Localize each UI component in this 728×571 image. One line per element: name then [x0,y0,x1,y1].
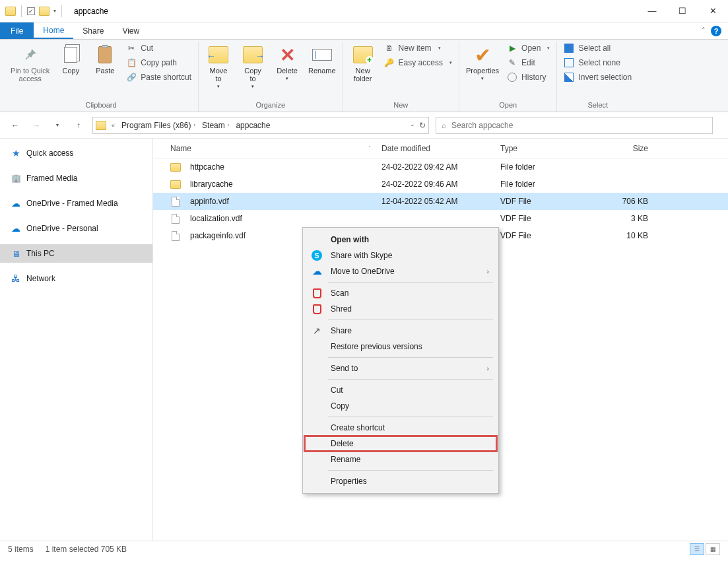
view-icons-button[interactable]: ▦ [706,543,720,555]
sidebar-onedrive-personal[interactable]: ☁OneDrive - Personal [0,219,152,238]
col-type[interactable]: Type [495,144,594,153]
new-folder-button[interactable]: New folder [347,42,379,85]
copy-button[interactable]: Copy [55,42,86,77]
tab-home[interactable]: Home [34,22,73,39]
paste-button[interactable]: Paste [89,42,121,77]
col-name[interactable]: Name˄ [165,144,376,153]
select-none-button[interactable]: Select none [561,56,634,69]
sidebar-framed-media[interactable]: 🏢Framed Media [0,169,152,187]
file-row[interactable]: localization.vdf VDF File 3 KB [153,210,728,227]
share-icon: ↗ [311,325,323,337]
tab-file[interactable]: File [0,22,34,39]
copy-path-button[interactable]: 📋Copy path [123,56,194,69]
delete-button[interactable]: ✕ Delete▾ [271,42,303,84]
search-box[interactable]: ⌕ [436,117,713,134]
ctx-copy[interactable]: Copy [304,398,497,414]
ctx-share[interactable]: ↗Share [304,323,497,339]
new-item-button[interactable]: 🗎New item▾ [381,42,455,55]
ctx-cut[interactable]: Cut [304,382,497,398]
qat-folder-icon [39,7,50,16]
shield-icon [311,303,323,315]
history-button[interactable]: History [504,71,552,84]
ribbon: Pin to Quick access Copy Paste ✂Cut 📋Cop… [0,40,728,112]
ctx-delete[interactable]: Delete [304,436,497,452]
ribbon-tabs: File Home Share View ˄ ? [0,22,728,40]
ctx-move-onedrive[interactable]: ☁Move to OneDrive› [304,263,497,279]
context-menu: Open with SShare with Skype ☁Move to One… [302,227,499,494]
sidebar-onedrive-work[interactable]: ☁OneDrive - Framed Media [0,194,152,213]
copy-to-button[interactable]: Copy to▾ [237,42,269,92]
up-button[interactable]: ↑ [71,118,86,133]
file-icon [172,197,180,207]
ctx-open-with[interactable]: Open with [304,232,497,248]
folder-icon [170,163,181,172]
tab-share[interactable]: Share [73,22,113,39]
address-bar[interactable]: « Program Files (x86)› Steam› appcache ⌄… [92,117,429,134]
refresh-button[interactable]: ↻ [419,121,426,130]
column-headers: Name˄ Date modified Type Size [153,139,728,158]
status-bar: 5 items 1 item selected 705 KB ☰ ▦ [0,541,728,556]
search-input[interactable] [451,121,707,130]
folder-icon [170,180,181,189]
col-size[interactable]: Size [594,144,653,153]
paste-shortcut-button[interactable]: 🔗Paste shortcut [123,71,194,84]
ctx-create-shortcut[interactable]: Create shortcut [304,420,497,436]
ctx-share-skype[interactable]: SShare with Skype [304,248,497,263]
breadcrumb-0[interactable]: Program Files (x86)› [120,121,197,130]
navigation-bar: ← → ▾ ↑ « Program Files (x86)› Steam› ap… [0,112,728,139]
close-button[interactable]: ✕ [698,0,728,22]
tab-view[interactable]: View [113,22,149,39]
pin-quick-access-button[interactable]: Pin to Quick access [8,42,52,85]
maximize-button[interactable]: ☐ [667,0,698,22]
cut-button[interactable]: ✂Cut [123,42,194,55]
properties-button[interactable]: ✔ Properties▾ [463,42,502,84]
move-to-button[interactable]: Move to▾ [203,42,234,92]
ctx-rename[interactable]: Rename [304,452,497,467]
qat-checkbox[interactable]: ✓ [27,7,35,15]
skype-icon: S [312,250,322,261]
breadcrumb-1[interactable]: Steam› [201,121,230,130]
group-clipboard-label: Clipboard [85,100,116,112]
file-row[interactable]: httpcache 24-02-2022 09:42 AM File folde… [153,158,728,176]
sidebar-this-pc[interactable]: 🖥This PC [0,244,152,263]
group-select-label: Select [588,100,609,112]
file-row[interactable]: appinfo.vdf 12-04-2022 05:42 AM VDF File… [153,193,728,210]
file-row[interactable]: librarycache 24-02-2022 09:46 AM File fo… [153,176,728,193]
view-details-button[interactable]: ☰ [690,543,704,555]
group-new-label: New [393,100,408,112]
open-button[interactable]: ▶Open▾ [504,42,552,55]
window-title: appcache [74,7,108,16]
minimize-button[interactable]: — [637,0,667,22]
address-dropdown[interactable]: ⌄ [410,121,415,130]
back-button[interactable]: ← [8,118,22,133]
ctx-send-to[interactable]: Send to› [304,360,497,376]
qat-dropdown[interactable]: ▾ [53,8,56,14]
ctx-properties[interactable]: Properties [304,473,497,489]
invert-selection-button[interactable]: Invert selection [561,71,634,84]
help-icon[interactable]: ? [711,26,721,36]
search-icon: ⌕ [442,121,446,130]
recent-locations-button[interactable]: ▾ [50,118,65,133]
sidebar-network[interactable]: 🖧Network [0,269,152,288]
file-icon [172,231,180,241]
sidebar-quick-access[interactable]: ★Quick access [0,144,152,162]
ctx-shred[interactable]: Shred [304,301,497,317]
ctx-restore[interactable]: Restore previous versions [304,339,497,354]
status-item-count: 5 items [8,545,34,554]
title-bar: ✓ ▾ appcache — ☐ ✕ [0,0,728,22]
col-date[interactable]: Date modified [376,144,495,153]
edit-button[interactable]: ✎Edit [504,56,552,69]
ctx-scan[interactable]: Scan [304,285,497,301]
easy-access-button[interactable]: 🔑Easy access▾ [381,56,455,69]
breadcrumb-2[interactable]: appcache [234,121,271,130]
file-icon [172,214,180,224]
shield-icon [311,287,323,299]
forward-button[interactable]: → [29,118,44,133]
address-folder-icon [96,121,106,130]
select-all-button[interactable]: Select all [561,42,634,55]
status-selection: 1 item selected 705 KB [46,545,127,554]
rename-button[interactable]: Rename [306,42,339,77]
collapse-ribbon-icon[interactable]: ˄ [702,26,706,35]
navigation-pane: ★Quick access 🏢Framed Media ☁OneDrive - … [0,139,153,541]
onedrive-icon: ☁ [311,265,323,277]
